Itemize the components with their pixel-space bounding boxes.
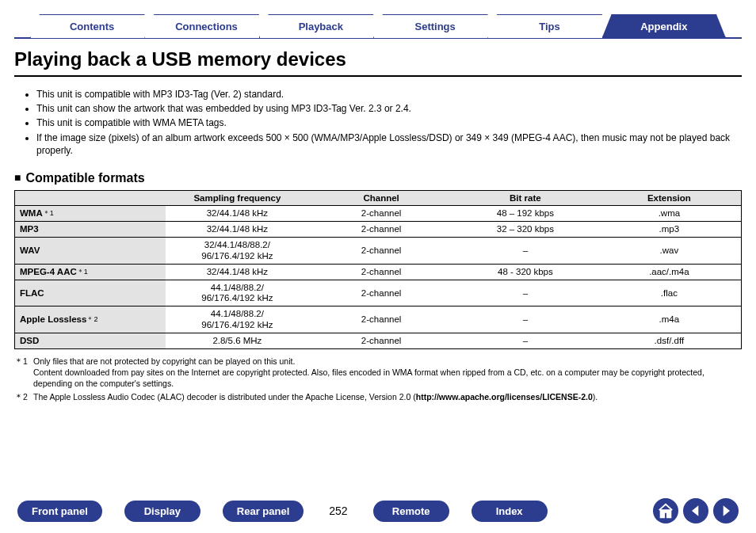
front-panel-button[interactable]: Front panel (17, 501, 102, 522)
section-heading: Compatible formats (14, 171, 742, 185)
table-cell: 2.8/5.6 MHz (166, 333, 310, 348)
table-header-row: Sampling frequency Channel Bit rate Exte… (15, 190, 742, 205)
tab-settings[interactable]: Settings (373, 14, 497, 38)
table-row: WMA＊132/44.1/48 kHz2-channel48 – 192 kbp… (15, 205, 742, 221)
table-row: DSD2.8/5.6 MHz2-channel–.dsf/.dff (15, 333, 742, 348)
table-cell: 44.1/48/88.2/96/176.4/192 kHz (166, 280, 310, 306)
tab-contents[interactable]: Contents (30, 14, 154, 38)
table-cell: .mp3 (598, 222, 742, 238)
tab-playback[interactable]: Playback (259, 14, 383, 38)
format-name-cell: MPEG-4 AAC＊1 (15, 264, 166, 280)
remote-button[interactable]: Remote (373, 501, 449, 522)
table-cell: – (453, 306, 598, 333)
rear-panel-button[interactable]: Rear panel (223, 501, 304, 522)
footnote-mark: ＊1 (14, 356, 33, 390)
table-cell: 2-channel (309, 238, 453, 264)
table-row: MPEG-4 AAC＊132/44.1/48 kHz2-channel48 - … (15, 264, 742, 280)
page-title: Playing back a USB memory devices (14, 48, 742, 70)
table-cell: .aac/.m4a (598, 264, 742, 280)
th-bitrate: Bit rate (453, 190, 598, 205)
table-cell: 32 – 320 kbps (453, 222, 598, 238)
nav-icons (653, 498, 739, 523)
intro-bullets: This unit is compatible with MP3 ID3-Tag… (22, 86, 742, 158)
table-cell: 48 – 192 kbps (453, 205, 598, 221)
table-cell: 2-channel (309, 333, 453, 348)
tab-label: Connections (175, 21, 238, 32)
tab-tips[interactable]: Tips (487, 14, 611, 38)
table-cell: .m4a (598, 306, 742, 333)
table-cell: – (453, 238, 598, 264)
th-channel: Channel (309, 190, 453, 205)
table-cell: 32/44.1/48 kHz (166, 264, 310, 280)
table-cell: 2-channel (309, 306, 453, 333)
table-cell: 44.1/48/88.2/96/176.4/192 kHz (166, 306, 310, 333)
table-cell: .dsf/.dff (598, 333, 742, 348)
table-cell: – (453, 280, 598, 306)
th-extension: Extension (598, 190, 742, 205)
format-name-cell: FLAC (15, 280, 166, 306)
formats-table: Sampling frequency Channel Bit rate Exte… (14, 190, 742, 349)
footnote-pre: The Apple Lossless Audio Codec (ALAC) de… (33, 392, 416, 402)
footnote-text: Only files that are not protected by cop… (33, 356, 742, 390)
bullet-item: This unit is compatible with MP3 ID3-Tag… (36, 88, 742, 101)
table-cell: .wma (598, 205, 742, 221)
table-cell: 32/44.1/48 kHz (166, 222, 310, 238)
table-cell: 32/44.1/48/88.2/96/176.4/192 kHz (166, 238, 310, 264)
th-format (15, 190, 166, 205)
bottom-bar: Front panel Display Rear panel 252 Remot… (14, 493, 742, 527)
display-button[interactable]: Display (124, 501, 200, 522)
next-page-icon[interactable] (713, 498, 739, 523)
table-cell: – (453, 333, 598, 348)
table-cell: 2-channel (309, 264, 453, 280)
table-row: MP332/44.1/48 kHz2-channel32 – 320 kbps.… (15, 222, 742, 238)
title-rule (14, 75, 742, 77)
tab-label: Contents (70, 21, 114, 32)
tab-label: Appendix (640, 21, 687, 32)
footnote-2: ＊2 The Apple Lossless Audio Codec (ALAC)… (14, 391, 742, 402)
bullet-item: This unit is compatible with WMA META ta… (36, 116, 742, 129)
table-row: Apple Lossless＊244.1/48/88.2/96/176.4/19… (15, 306, 742, 333)
section-heading-text: Compatible formats (25, 171, 144, 185)
format-name-cell: Apple Lossless＊2 (15, 306, 166, 333)
prev-page-icon[interactable] (683, 498, 708, 523)
tab-appendix[interactable]: Appendix (602, 14, 726, 38)
footnotes: ＊1 Only files that are not protected by … (14, 354, 742, 404)
footnote-post: ). (593, 392, 598, 402)
table-cell: 48 - 320 kbps (453, 264, 598, 280)
table-cell: .wav (598, 238, 742, 264)
bullet-item: This unit can show the artwork that was … (36, 102, 742, 115)
format-name-cell: WMA＊1 (15, 205, 166, 221)
footnote-text: The Apple Lossless Audio Codec (ALAC) de… (33, 391, 598, 402)
table-row: WAV32/44.1/48/88.2/96/176.4/192 kHz2-cha… (15, 238, 742, 264)
footnote-link: http://www.apache.org/licenses/LICENSE-2… (416, 392, 593, 402)
format-name-cell: MP3 (15, 222, 166, 238)
table-cell: 2-channel (309, 205, 453, 221)
tab-label: Tips (539, 21, 560, 32)
top-tabs: Contents Connections Playback Settings T… (14, 8, 742, 38)
format-name-cell: WAV (15, 238, 166, 264)
format-name-cell: DSD (15, 333, 166, 348)
tab-label: Playback (299, 21, 343, 32)
table-cell: .flac (598, 280, 742, 306)
tab-label: Settings (415, 21, 456, 32)
footnote-mark: ＊2 (14, 391, 33, 402)
table-row: FLAC44.1/48/88.2/96/176.4/192 kHz2-chann… (15, 280, 742, 306)
table-cell: 2-channel (309, 280, 453, 306)
table-cell: 2-channel (309, 222, 453, 238)
footnote-1: ＊1 Only files that are not protected by … (14, 356, 742, 390)
table-cell: 32/44.1/48 kHz (166, 205, 310, 221)
tab-connections[interactable]: Connections (144, 14, 268, 38)
bullet-item: If the image size (pixels) of an album a… (36, 131, 742, 157)
home-icon[interactable] (653, 498, 678, 523)
th-sampling: Sampling frequency (166, 190, 310, 205)
page-number: 252 (326, 504, 350, 517)
index-button[interactable]: Index (472, 501, 548, 522)
